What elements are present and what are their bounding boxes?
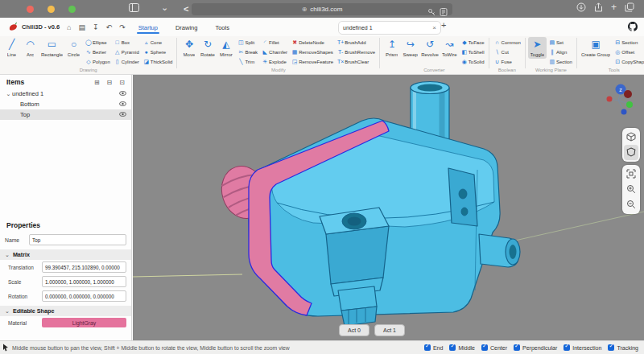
split-button[interactable]: ◫Split [237, 38, 258, 47]
name-field[interactable] [29, 234, 126, 245]
deletenode-button[interactable]: ✖DeleteNode [291, 38, 333, 47]
undo-icon[interactable]: ↶ [106, 23, 113, 31]
downloads-icon[interactable] [576, 2, 586, 12]
tree-item-bottom[interactable]: Bottom [0, 99, 131, 109]
line-button[interactable]: ╱Line [2, 37, 21, 59]
circle-button[interactable]: ○Circle [64, 37, 83, 59]
home-icon[interactable]: ⌂ [67, 23, 71, 31]
visibility-eye-icon[interactable] [119, 90, 126, 97]
visibility-eye-icon[interactable] [119, 111, 126, 118]
pyramid-button[interactable]: △Pyramid [114, 47, 139, 57]
close-icon[interactable]: × [432, 24, 436, 31]
document-tab[interactable]: undefined 1 × [338, 21, 441, 35]
tab-tools[interactable]: Tools [213, 21, 231, 34]
copyshape-button[interactable]: ⊡CopyShape [613, 57, 644, 67]
tree-item-top[interactable]: Top [0, 109, 131, 120]
sphere-button[interactable]: ●Sphere [142, 47, 173, 57]
visibility-eye-icon[interactable] [119, 101, 126, 108]
section-button[interactable]: ▥Section [548, 57, 572, 67]
sweep-button[interactable]: ↪Sweep [401, 37, 419, 59]
github-icon[interactable] [628, 20, 638, 35]
toggle-button[interactable]: ➤Toggle [528, 37, 547, 59]
act-1-button[interactable]: Act 1 [374, 324, 405, 336]
toface-button[interactable]: ◆ToFace [460, 38, 485, 47]
tracking-checkbox[interactable] [608, 344, 614, 351]
tab-drawing[interactable]: Drawing [174, 21, 200, 34]
create-group-button[interactable]: ▣Create Group [580, 37, 612, 59]
toshell-button[interactable]: ◧ToShell [460, 47, 485, 57]
revolve-button[interactable]: ↺Revolve [419, 37, 440, 59]
model-pump-3d[interactable]: z [133, 75, 644, 340]
center-checkbox[interactable] [481, 344, 488, 351]
towire-button[interactable]: ↝ToWire [440, 37, 459, 59]
chamfer-button[interactable]: ◣Chamfer [261, 47, 287, 57]
editable-shape-section-header[interactable]: ⌄ Editable Shape [0, 306, 131, 316]
act-0-button[interactable]: Act 0 [339, 324, 369, 336]
wireframe-view-button[interactable] [624, 130, 638, 145]
explode-button[interactable]: ✳Explode [261, 57, 287, 67]
rectangle-button[interactable]: ▭Rectangle [39, 37, 64, 59]
intersection-checkbox[interactable] [564, 344, 570, 351]
break-button[interactable]: ✂Break [237, 47, 258, 57]
viewport-3d[interactable]: z Act 0 Act 1 [133, 75, 644, 340]
new-document-icon[interactable]: ▤ [79, 23, 86, 31]
removefeature-button[interactable]: ◲RemoveFeature [291, 57, 333, 67]
address-bar[interactable]: ⊕ chili3d.com [192, 3, 452, 15]
cone-button[interactable]: ▵Cone [142, 38, 173, 47]
trim-button[interactable]: ╲Trim [237, 57, 258, 67]
brushadd-button[interactable]: T+BrushAdd [336, 38, 375, 47]
brushclear-button[interactable]: T×BrushClear [336, 57, 375, 67]
new-tab-icon[interactable]: + [611, 2, 617, 12]
back-icon[interactable]: < [184, 2, 188, 15]
bezier-button[interactable]: ∿Bezier [85, 47, 110, 57]
thicksolid-button[interactable]: ◪ThickSolid [142, 57, 173, 67]
material-button[interactable]: LightGray [42, 318, 126, 327]
rotate-button[interactable]: ↻Rotate [198, 37, 217, 59]
expand-all-icon[interactable]: ⊡ [119, 79, 125, 86]
tree-item-undefined-1[interactable]: ⌄undefined 1 [0, 88, 131, 99]
offset-button[interactable]: ◎Offset [613, 47, 644, 57]
fit-view-button[interactable] [624, 167, 638, 182]
gizmo-axis-dot[interactable] [624, 90, 632, 98]
close-window-button[interactable] [27, 6, 34, 13]
mirror-button[interactable]: ◭Mirror [217, 37, 235, 59]
zoom-in-button[interactable] [624, 182, 638, 197]
minimize-window-button[interactable] [47, 6, 55, 13]
zoom-window-button[interactable] [68, 6, 76, 13]
align-button[interactable]: ∥Align [548, 47, 572, 57]
redo-icon[interactable]: ↷ [119, 23, 126, 31]
scale-field[interactable] [42, 276, 126, 287]
arc-button[interactable]: ◠Arc [21, 37, 39, 59]
new-folder-icon[interactable]: ⊞ [94, 79, 100, 86]
chevron-down-icon[interactable]: ⌄ [5, 91, 12, 97]
reader-icon[interactable] [440, 5, 448, 19]
password-icon[interactable] [427, 5, 436, 19]
new-group-icon[interactable]: ⊟ [107, 79, 113, 86]
sidebar-icon[interactable] [129, 2, 139, 15]
ellipse-button[interactable]: ◯Ellipse [85, 38, 110, 47]
removeshapes-button[interactable]: ▦RemoveShapes [291, 47, 333, 57]
cut-button[interactable]: ∖Cut [493, 47, 521, 57]
view-gizmo[interactable]: z [607, 84, 634, 115]
gizmo-axis-dot[interactable] [626, 101, 633, 108]
new-document-tab-button[interactable]: + [441, 20, 446, 30]
shaded-view-button[interactable] [624, 145, 638, 160]
section-button[interactable]: ⊟Section [613, 38, 644, 47]
download-icon[interactable]: ↧ [93, 23, 99, 31]
gizmo-axis-dot[interactable] [607, 97, 613, 102]
rotation-field[interactable] [42, 290, 126, 302]
matrix-section-header[interactable]: ⌄ Matrix [0, 249, 131, 260]
fuse-button[interactable]: ∪Fuse [493, 57, 521, 67]
move-button[interactable]: ✥Move [180, 37, 198, 59]
tosolid-button[interactable]: ◉ToSolid [460, 57, 485, 67]
chevron-down-icon[interactable]: ⌄ [161, 1, 168, 14]
cylinder-button[interactable]: ▯Cylinder [114, 57, 139, 67]
prism-button[interactable]: ↥Prism [382, 37, 401, 59]
brushremove-button[interactable]: T-BrushRemove [336, 47, 375, 57]
polygon-button[interactable]: ◇Polygon [85, 57, 110, 67]
tab-overview-icon[interactable] [625, 2, 634, 12]
end-checkbox[interactable] [424, 344, 431, 351]
set-button[interactable]: ▤Set [548, 38, 572, 47]
fillet-button[interactable]: ◜Fillet [261, 38, 287, 47]
share-icon[interactable] [594, 2, 603, 12]
